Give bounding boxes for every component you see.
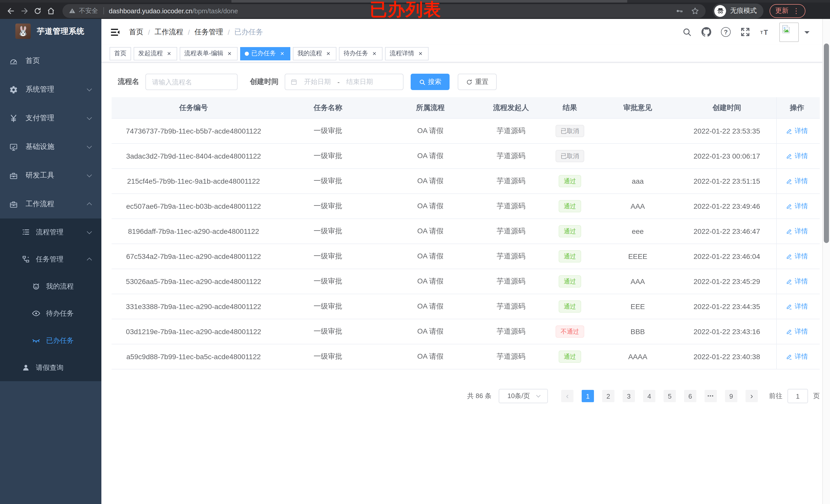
- sidebar-item[interactable]: 待办任务: [0, 300, 101, 327]
- edit-icon: [786, 178, 793, 184]
- caret-down-icon[interactable]: [804, 31, 809, 36]
- date-range-input[interactable]: 开始日期 - 结束日期: [285, 74, 404, 90]
- logo-row[interactable]: 🐰 芋道管理系统: [0, 19, 101, 43]
- sidebar-item[interactable]: 任务管理: [0, 246, 101, 273]
- update-button[interactable]: 更新 ⋮: [770, 4, 805, 18]
- process-cell: OA 请假: [380, 252, 480, 261]
- page-button[interactable]: 4: [643, 390, 656, 402]
- detail-link[interactable]: 详情: [786, 176, 808, 186]
- detail-link[interactable]: 详情: [786, 352, 808, 361]
- app: 🐰 芋道管理系统 首页 系统管理: [0, 19, 830, 504]
- github-icon[interactable]: [701, 27, 711, 37]
- sidebar-item[interactable]: 流程管理: [0, 219, 101, 246]
- close-icon[interactable]: ×: [165, 50, 172, 57]
- home-icon[interactable]: [44, 5, 57, 17]
- detail-link[interactable]: 详情: [786, 202, 808, 211]
- created-cell: 2022-01-23 00:06:17: [677, 152, 776, 160]
- search-icon[interactable]: [682, 27, 692, 37]
- result-badge: 已取消: [555, 125, 584, 137]
- detail-link[interactable]: 详情: [786, 152, 808, 161]
- forward-icon[interactable]: [18, 5, 31, 17]
- page-button[interactable]: 1: [582, 390, 594, 402]
- starter-cell: 芋道源码: [480, 202, 542, 211]
- page-button[interactable]: •••: [705, 390, 717, 402]
- breadcrumb-item[interactable]: 已办任务: [234, 27, 263, 37]
- page-scrollbar[interactable]: [822, 19, 830, 504]
- process-name-input[interactable]: [146, 74, 237, 90]
- sidebar-item[interactable]: 基础设施: [0, 133, 101, 161]
- created-cell: 2022-01-22 23:44:35: [677, 302, 776, 311]
- process-cell: OA 请假: [380, 227, 480, 236]
- breadcrumb-item[interactable]: 工作流程: [155, 27, 183, 37]
- goto-page-input[interactable]: [788, 389, 808, 403]
- next-page-button[interactable]: ›: [745, 390, 758, 402]
- starter-cell: 芋道源码: [480, 126, 542, 136]
- detail-link[interactable]: 详情: [786, 126, 808, 136]
- search-button[interactable]: 搜索: [411, 74, 450, 90]
- close-icon[interactable]: ×: [226, 50, 233, 57]
- breadcrumb-item[interactable]: 任务管理: [195, 27, 223, 37]
- task-name-cell: 一级审批: [276, 252, 380, 261]
- reload-icon[interactable]: [31, 5, 44, 17]
- reset-button[interactable]: 重置: [458, 74, 497, 90]
- sidebar-item[interactable]: 工作流程: [0, 190, 101, 219]
- url-host: dashboard.yudao.iocoder.cn: [109, 7, 193, 14]
- menu-dots-icon[interactable]: ⋮: [793, 7, 800, 14]
- page-button[interactable]: 2: [602, 390, 614, 402]
- eye-closed-icon: [31, 336, 41, 345]
- page-button[interactable]: 5: [664, 390, 676, 402]
- help-icon[interactable]: ?: [721, 27, 731, 37]
- toolbox-icon: [8, 171, 19, 180]
- starter-cell: 芋道源码: [480, 327, 542, 336]
- sidebar-item[interactable]: 请假查询: [0, 354, 101, 381]
- detail-link[interactable]: 详情: [786, 302, 808, 311]
- chevron-icon: [87, 86, 92, 91]
- sidebar-item[interactable]: 系统管理: [0, 75, 101, 104]
- back-icon[interactable]: [4, 5, 18, 17]
- page-size-select[interactable]: 10条/页: [499, 389, 548, 403]
- breadcrumb-item[interactable]: 首页: [129, 27, 143, 37]
- hamburger-icon[interactable]: [109, 26, 121, 38]
- view-tab[interactable]: 已办任务 ×: [240, 47, 290, 60]
- warning-icon[interactable]: [69, 7, 76, 14]
- detail-link[interactable]: 详情: [786, 277, 808, 286]
- fullscreen-icon[interactable]: [740, 27, 750, 37]
- result-cell: 通过: [542, 200, 598, 212]
- close-icon[interactable]: ×: [417, 50, 424, 57]
- sidebar-item[interactable]: 首页: [0, 46, 101, 75]
- avatar[interactable]: [779, 22, 799, 42]
- detail-link[interactable]: 详情: [786, 227, 808, 236]
- scrollbar-thumb[interactable]: [824, 43, 829, 243]
- detail-link[interactable]: 详情: [786, 252, 808, 261]
- incognito-badge: 无痕模式: [713, 3, 763, 18]
- done-task-table: 任务编号 任务名称 所属流程 流程发起人 结果 审批意见 创建时间 操作 74: [111, 97, 820, 369]
- page-button[interactable]: 3: [622, 390, 635, 402]
- table-row: 3adac3d2-7b9d-11ec-8404-acde48001122 一级审…: [111, 144, 820, 169]
- close-icon[interactable]: ×: [371, 50, 378, 57]
- font-size-icon[interactable]: TT: [760, 27, 770, 37]
- view-tab[interactable]: 首页: [109, 47, 131, 60]
- view-tab[interactable]: 我的流程 ×: [293, 47, 337, 60]
- view-tab[interactable]: 流程表单-编辑 ×: [180, 47, 237, 60]
- task-name-cell: 一级审批: [276, 202, 380, 211]
- page-button[interactable]: 6: [684, 390, 696, 402]
- close-icon[interactable]: ×: [325, 50, 332, 57]
- detail-link[interactable]: 详情: [786, 327, 808, 336]
- view-tab[interactable]: 待办任务 ×: [339, 47, 382, 60]
- starter-cell: 芋道源码: [480, 176, 542, 186]
- sidebar-item[interactable]: 支付管理: [0, 104, 101, 133]
- app-title: 芋道管理系统: [37, 26, 85, 36]
- task-id-cell: 74736737-7b9b-11ec-b5b7-acde48001122: [111, 127, 276, 135]
- close-icon[interactable]: ×: [279, 50, 286, 57]
- sidebar-item[interactable]: 研发工具: [0, 161, 101, 190]
- prev-page-button[interactable]: ‹: [561, 390, 573, 402]
- starter-cell: 芋道源码: [480, 352, 542, 361]
- sidebar-item[interactable]: 已办任务: [0, 327, 101, 354]
- page-button[interactable]: 9: [725, 390, 737, 402]
- key-icon[interactable]: [675, 6, 683, 15]
- star-icon[interactable]: [691, 6, 699, 15]
- task-id-cell: 331e3388-7b9a-11ec-a290-acde48001122: [111, 302, 276, 311]
- sidebar-item[interactable]: 我的流程: [0, 273, 101, 300]
- view-tab[interactable]: 流程详情 ×: [385, 47, 428, 60]
- view-tab[interactable]: 发起流程 ×: [134, 47, 177, 60]
